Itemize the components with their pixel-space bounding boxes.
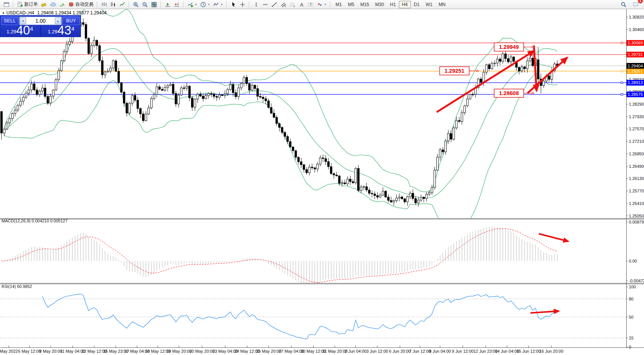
candle	[1, 111, 3, 140]
candle	[58, 68, 60, 82]
candle-body	[358, 168, 359, 190]
candle-body	[385, 191, 387, 197]
candle-body	[409, 193, 411, 197]
main-price-pane[interactable]	[0, 5, 626, 230]
level-axis-label: 1.30069	[627, 40, 644, 46]
candle	[396, 194, 398, 203]
line-handle[interactable]	[621, 70, 623, 72]
panel-collapse-arrow[interactable]: ▲	[2, 11, 5, 14]
level-axis-label-text: 1.29731	[628, 52, 643, 57]
candle	[249, 83, 250, 94]
candle-body	[118, 71, 120, 83]
candle	[308, 164, 310, 175]
time-axis-label[interactable]: 2 Jun 04:00	[345, 349, 367, 353]
candle-body	[142, 114, 144, 121]
candle-body	[110, 68, 112, 71]
trend-arrow[interactable]	[437, 51, 534, 112]
candle	[447, 130, 449, 144]
candle	[300, 158, 302, 168]
macd-trend-arrow[interactable]	[539, 234, 568, 241]
time-axis-label[interactable]: 9 Jun 12:00	[452, 349, 474, 353]
sell-price-prefix: 1.29	[6, 29, 16, 34]
candle-body	[44, 88, 46, 96]
buy-price[interactable]: 1.29434	[42, 26, 81, 36]
candle-body	[507, 59, 509, 62]
candle	[352, 179, 354, 184]
price-tag[interactable]: 1.29251	[440, 67, 478, 75]
candle-body	[325, 159, 327, 162]
line-handle[interactable]	[621, 82, 623, 84]
candle	[314, 167, 316, 172]
tag-anchor	[532, 92, 534, 94]
candle-body	[129, 103, 131, 113]
macd-signal-line	[2, 228, 557, 283]
time-axis-label[interactable]: 12 Jun 23:00	[473, 349, 498, 353]
candle-body	[287, 136, 289, 142]
candle-body	[156, 87, 158, 94]
time-axis-label[interactable]: 23 May 04:00	[213, 349, 238, 353]
trend-arrow[interactable]	[534, 45, 537, 91]
candle	[159, 85, 160, 90]
candle	[101, 56, 103, 78]
candle	[458, 117, 460, 123]
time-axis-label[interactable]: 3 Jun 12:00	[366, 349, 388, 353]
candle	[409, 191, 411, 199]
time-axis-label[interactable]: 19 May 20:00	[166, 349, 192, 353]
time-axis-label[interactable]: 15 Jun 12:00	[516, 349, 541, 353]
candle-body	[426, 194, 428, 199]
candle	[507, 55, 509, 64]
candle-body	[355, 168, 357, 183]
time-axis-label[interactable]: 6 Jun 20:00	[389, 349, 411, 353]
time-axis-label[interactable]: 9 May 20:00	[39, 349, 62, 353]
time-axis-label[interactable]: 6 May 12:00	[18, 349, 41, 353]
time-axis-label[interactable]: 14 Jun 04:00	[495, 349, 519, 353]
candle	[325, 155, 327, 165]
time-axis-label[interactable]: 8 Jun 04:00	[429, 349, 451, 353]
macd-pane[interactable]	[2, 227, 568, 285]
level-axis-label: 1.28913	[627, 80, 644, 86]
candle-body	[499, 59, 501, 61]
rsi-pane[interactable]	[0, 294, 626, 339]
candle-body	[31, 84, 33, 90]
candle	[118, 67, 120, 84]
candle	[39, 89, 40, 97]
candle	[472, 92, 474, 97]
candle-body	[257, 89, 258, 96]
candle-body	[333, 174, 335, 175]
candle-body	[322, 158, 324, 159]
time-axis-label[interactable]: May 2022	[0, 349, 18, 353]
line-handle[interactable]	[621, 42, 623, 44]
candle-body	[548, 76, 550, 79]
candle-body	[175, 94, 177, 104]
price-tag[interactable]: 1.28608	[494, 89, 534, 97]
time-axis-label[interactable]: 16 Jun 20:00	[539, 349, 563, 353]
rsi-trend-arrow[interactable]	[530, 311, 559, 313]
candle	[453, 126, 455, 141]
line-handle[interactable]	[621, 94, 623, 95]
candle-body	[164, 88, 166, 91]
volume-value[interactable]: 1.00	[26, 18, 54, 24]
candle	[387, 194, 389, 203]
candle-body	[306, 169, 308, 173]
candle	[224, 90, 226, 98]
candle	[172, 82, 174, 96]
candle-body	[20, 101, 22, 105]
candle	[262, 95, 264, 103]
sell-price[interactable]: 1.29404	[0, 26, 39, 36]
price-tick-label: 1.27210	[629, 139, 644, 144]
chart-canvas[interactable]: 1.299491.292511.286081.308201.304601.301…	[0, 0, 644, 355]
tag-text: 1.29949	[499, 44, 519, 50]
time-axis-label[interactable]: 7 Jun 12:00	[409, 349, 431, 353]
candle	[382, 187, 384, 196]
candle-body	[101, 61, 103, 75]
time-axis-label[interactable]: 25 May 20:00	[256, 349, 282, 353]
time-axis-label[interactable]: 20 May 20:00	[190, 349, 215, 353]
candle-body	[33, 84, 35, 90]
candle-body	[55, 80, 57, 90]
candle	[540, 74, 542, 93]
price-tick-label: 1.25770	[629, 189, 644, 193]
candle	[385, 190, 387, 198]
candle	[401, 195, 403, 200]
time-axis-label[interactable]: 27 May 04:00	[279, 349, 304, 353]
time-axis-label[interactable]: 31 May 20:00	[322, 349, 348, 353]
